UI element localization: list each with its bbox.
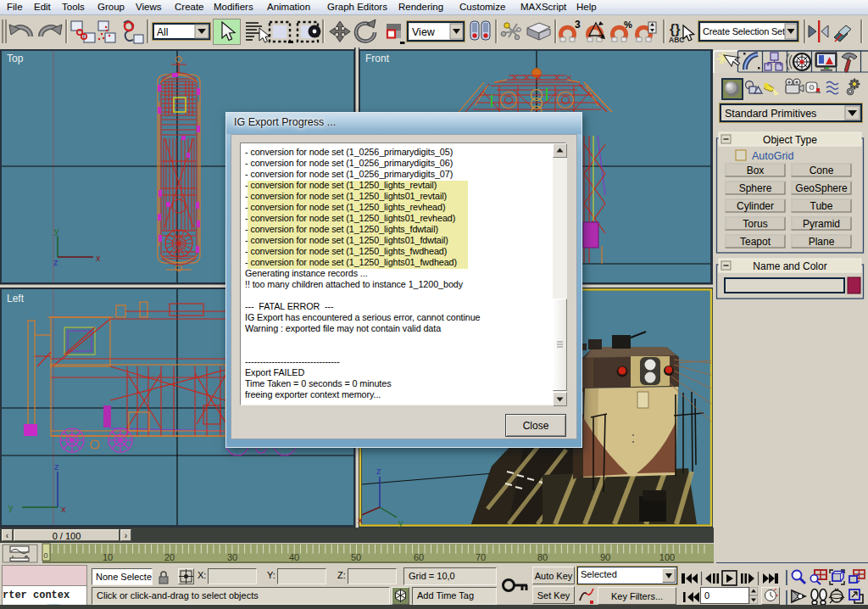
svg-text:Tube: Tube xyxy=(810,200,833,212)
svg-text:y: y xyxy=(54,226,59,236)
svg-text:Cone: Cone xyxy=(810,165,834,176)
svg-text:Box: Box xyxy=(747,165,765,176)
svg-text:0: 0 xyxy=(43,551,47,560)
svg-text:z: z xyxy=(376,466,381,476)
svg-text:60: 60 xyxy=(414,552,424,562)
svg-text:Plane: Plane xyxy=(809,236,835,248)
svg-text:Teapot: Teapot xyxy=(740,236,771,248)
svg-text:x: x xyxy=(358,515,363,525)
svg-text:GeoSphere: GeoSphere xyxy=(795,182,848,194)
svg-text:All: All xyxy=(157,26,168,38)
svg-text:x: x xyxy=(61,504,66,514)
svg-text:40: 40 xyxy=(289,552,299,562)
svg-text:AutoGrid: AutoGrid xyxy=(752,150,793,162)
svg-text:{}: {} xyxy=(670,22,680,36)
svg-text:%: % xyxy=(624,20,632,30)
svg-text:ABC: ABC xyxy=(669,36,684,44)
svg-text:30: 30 xyxy=(227,552,237,562)
svg-text:3: 3 xyxy=(575,19,581,31)
svg-text:50: 50 xyxy=(351,552,361,562)
svg-text:90: 90 xyxy=(600,552,610,562)
svg-text:View: View xyxy=(412,26,436,38)
svg-text:Torus: Torus xyxy=(743,218,767,230)
svg-text:20: 20 xyxy=(164,552,175,562)
svg-text:Create Selection Set: Create Selection Set xyxy=(703,26,785,36)
svg-text:Object Type: Object Type xyxy=(763,134,817,146)
svg-text:Standard Primitives: Standard Primitives xyxy=(725,108,816,120)
svg-text:Sphere: Sphere xyxy=(739,182,772,194)
svg-text:80: 80 xyxy=(537,552,548,562)
svg-text:10: 10 xyxy=(103,552,113,562)
svg-text:Cylinder: Cylinder xyxy=(737,200,774,212)
svg-text:y: y xyxy=(8,502,14,512)
svg-text:y: y xyxy=(398,517,403,528)
svg-text:Pyramid: Pyramid xyxy=(803,218,840,230)
svg-text:x: x xyxy=(96,253,101,263)
svg-text:z: z xyxy=(53,257,58,267)
svg-text:70: 70 xyxy=(476,552,486,562)
svg-text:Name and Color: Name and Color xyxy=(753,260,826,272)
svg-text:z: z xyxy=(54,461,59,472)
svg-text:100: 100 xyxy=(659,552,675,562)
